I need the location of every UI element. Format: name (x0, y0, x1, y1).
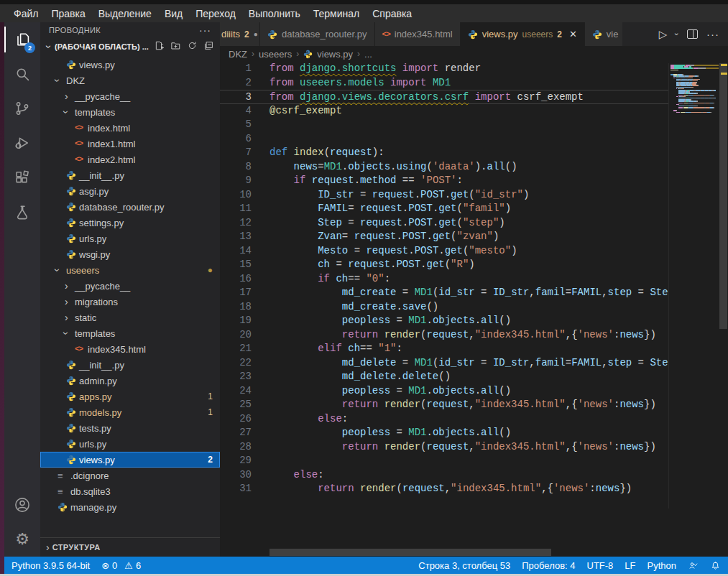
sidebar-more-actions-icon[interactable]: ··· (199, 24, 211, 36)
breadcrumb-item-DKZ[interactable]: DKZ (229, 49, 247, 60)
vertical-scrollbar-thumb[interactable] (719, 63, 727, 329)
code-line-25[interactable]: 25 return render(request,"index345.html"… (220, 398, 668, 412)
activity-testing[interactable] (4, 195, 40, 229)
code-line-4[interactable]: 4@csrf_exempt (220, 104, 668, 119)
status-indentation[interactable]: Пробелов: 4 (522, 560, 575, 571)
more-actions-icon[interactable]: ··· (706, 28, 719, 40)
tree-item-useeers[interactable]: ›useeers● (40, 262, 220, 278)
code-line-31[interactable]: 31 return render(request,"index345.html"… (220, 482, 668, 496)
tree-item-db.sqlite3[interactable]: ≡db.sqlite3 (40, 483, 220, 499)
tree-item-index.html[interactable]: <>index.html (40, 120, 220, 136)
activity-settings[interactable]: ⚙ (4, 522, 40, 557)
tree-item-wsgi.py[interactable]: wsgi.py (40, 246, 220, 262)
tree-item-__pycache__[interactable]: ›__pycache__ (40, 278, 220, 294)
code-line-6[interactable]: 6 (220, 132, 668, 147)
breadcrumb-item-views.py[interactable]: views.py (317, 49, 353, 60)
tree-item-tests.py[interactable]: tests.py (40, 420, 220, 436)
menu-item-Вид[interactable]: Вид (158, 8, 189, 19)
tree-item-templates[interactable]: ›templates (40, 104, 220, 120)
code-line-23[interactable]: 23 md_delete.delete() (220, 370, 668, 384)
menu-item-Терминал[interactable]: Терминал (307, 8, 366, 19)
workspace-section-header[interactable]: › (РАБОЧАЯ ОБЛАСТЬ) ... (40, 38, 220, 55)
activity-source-control[interactable] (4, 91, 40, 126)
tab-views.py[interactable]: views.pyuseeers2✕ (461, 22, 585, 46)
breadcrumb[interactable]: DKZ›useeers›views.py›... (220, 46, 728, 62)
tab-vie[interactable]: vie (585, 22, 622, 46)
code-line-24[interactable]: 24 peopless = MD1.objects.all() (220, 384, 668, 399)
tree-item-asgi.py[interactable]: asgi.py (40, 183, 220, 199)
horizontal-scrollbar[interactable] (220, 548, 668, 557)
code-line-7[interactable]: 7def index(request): (220, 146, 668, 160)
tree-item-apps.py[interactable]: apps.py1 (40, 389, 220, 404)
new-folder-icon[interactable] (170, 40, 181, 54)
code-line-17[interactable]: 17 md_create = MD1(id_str = ID_str,famil… (220, 286, 668, 300)
code-line-12[interactable]: 12 Step = request.POST.get("step") (220, 216, 668, 231)
code-line-29[interactable]: 29 (220, 454, 668, 468)
tree-item-database_roouter.py[interactable]: database_roouter.py (40, 199, 220, 215)
bell-icon[interactable] (710, 560, 721, 571)
menu-item-Выделение[interactable]: Выделение (92, 8, 158, 19)
run-button[interactable]: ▷ (659, 28, 668, 41)
activity-search[interactable] (4, 57, 40, 91)
status-eol[interactable]: LF (625, 560, 635, 571)
status-cursor-position[interactable]: Строка 3, столбец 53 (418, 560, 510, 571)
code-line-30[interactable]: 30 else: (220, 468, 668, 483)
status-encoding[interactable]: UTF-8 (587, 560, 614, 571)
code-line-15[interactable]: 15 ch = request.POST.get("R") (220, 258, 668, 272)
tree-item-__init__.py[interactable]: __init__.py (40, 357, 220, 373)
menu-item-Справка[interactable]: Справка (366, 8, 418, 19)
code-line-11[interactable]: 11 FAMIL= request.POST.get("famil") (220, 202, 668, 216)
breadcrumb-item-useeers[interactable]: useeers (259, 49, 292, 60)
tree-item-manage.py[interactable]: manage.py (40, 499, 220, 515)
code-line-27[interactable]: 27 peopless = MD1.objects.all() (220, 426, 668, 440)
tree-item-urls.py[interactable]: urls.py (40, 231, 220, 246)
status-python-version[interactable]: Python 3.9.5 64-bit (11, 560, 90, 571)
code-line-8[interactable]: 8 news=MD1.objects.using('daata').all() (220, 160, 668, 175)
code-line-22[interactable]: 22 md_delete = MD1(id_str = ID_str,famil… (220, 356, 668, 371)
activity-extensions[interactable] (4, 160, 40, 195)
tree-item-views.py[interactable]: views.py (40, 57, 220, 73)
tree-item-.dcignore[interactable]: ≡.dcignore (40, 468, 220, 483)
code-line-28[interactable]: 28 return render(request,"index345.html"… (220, 440, 668, 455)
tree-item-views.py[interactable]: views.py2 (40, 452, 220, 468)
run-dropdown-icon[interactable]: › (673, 33, 681, 36)
code-line-3[interactable]: 3from django.views.decorators.csrf impor… (220, 90, 668, 104)
activity-explorer[interactable]: 2 (4, 22, 40, 57)
code-editor[interactable]: 1from django.shortcuts import render2fro… (220, 62, 668, 548)
tab-index345.html[interactable]: <>index345.html (375, 22, 461, 46)
new-file-icon[interactable] (154, 40, 165, 54)
tree-item-DKZ[interactable]: ›DKZ (40, 73, 220, 88)
tree-item-index1.html[interactable]: <>index1.html (40, 136, 220, 152)
split-editor-icon[interactable] (687, 29, 698, 39)
tree-item-index345.html[interactable]: <>index345.html (40, 341, 220, 357)
tree-item-__init__.py[interactable]: __init__.py (40, 167, 220, 183)
tree-item-static[interactable]: ›static (40, 310, 220, 325)
breadcrumb-item-...[interactable]: ... (364, 49, 372, 60)
menu-item-Выполнить[interactable]: Выполнить (242, 8, 307, 19)
code-line-5[interactable]: 5 (220, 118, 668, 132)
close-icon[interactable]: ✕ (569, 29, 577, 40)
tree-item-__pycache__[interactable]: ›__pycache__ (40, 88, 220, 104)
outline-section-header[interactable]: › СТРУКТУРА (40, 537, 220, 557)
menu-item-Переход[interactable]: Переход (189, 8, 242, 19)
minimap[interactable] (668, 63, 719, 508)
code-line-14[interactable]: 14 Mesto = request.POST.get("mesto") (220, 244, 668, 259)
activity-run-debug[interactable] (4, 126, 40, 160)
tab-database_roouter.py[interactable]: database_roouter.py (260, 22, 375, 46)
code-line-19[interactable]: 19 peopless = MD1.objects.all() (220, 314, 668, 328)
status-problems[interactable]: ⊗0⚠6 (101, 560, 141, 571)
code-line-26[interactable]: 26 else: (220, 412, 668, 427)
code-line-13[interactable]: 13 Zvan= request.POST.get("zvan") (220, 230, 668, 244)
menu-item-Правка[interactable]: Правка (45, 8, 91, 19)
tree-item-index2.html[interactable]: <>index2.html (40, 152, 220, 167)
feedback-icon[interactable] (688, 560, 699, 571)
code-line-10[interactable]: 10 ID_str = request.POST.get("id_str") (220, 188, 668, 203)
code-line-1[interactable]: 1from django.shortcuts import render (220, 62, 668, 76)
tree-item-settings.py[interactable]: settings.py (40, 215, 220, 231)
tree-item-admin.py[interactable]: admin.py (40, 373, 220, 389)
menu-item-Файл[interactable]: Файл (7, 8, 45, 19)
refresh-icon[interactable] (187, 40, 198, 54)
code-line-16[interactable]: 16 if ch== "0": (220, 272, 668, 287)
collapse-all-icon[interactable] (203, 40, 214, 54)
status-language-mode[interactable]: Python (648, 560, 676, 571)
